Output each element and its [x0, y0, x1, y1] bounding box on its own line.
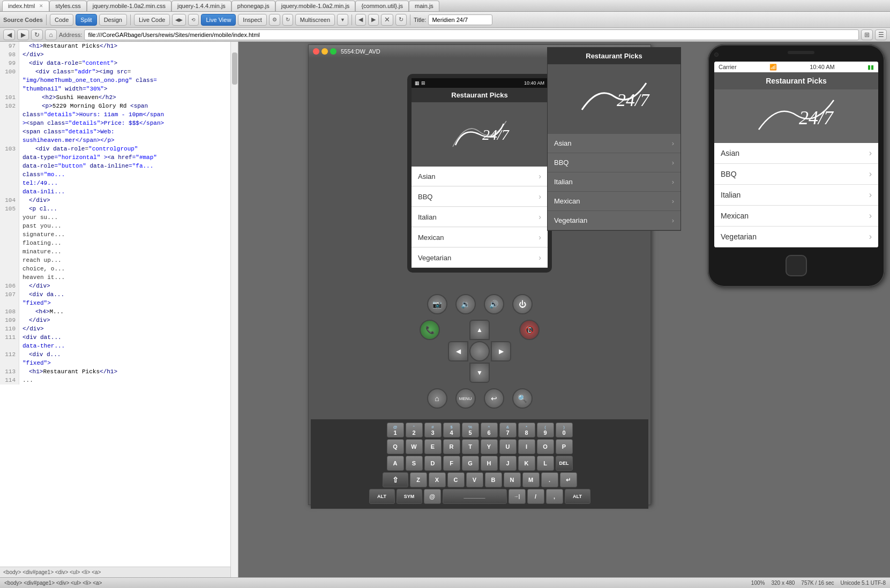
- address-input[interactable]: [84, 29, 859, 40]
- kbd-sym[interactable]: SYM: [397, 489, 422, 504]
- kbd-k[interactable]: K: [518, 456, 535, 471]
- list-item-italian[interactable]: Italian›: [412, 207, 548, 227]
- addr-home-btn[interactable]: ⌂: [45, 29, 57, 40]
- kbd-shift[interactable]: ⇧: [383, 472, 408, 487]
- dpad-down[interactable]: ▼: [469, 363, 490, 383]
- kbd-t[interactable]: T: [462, 439, 479, 454]
- dpad-center[interactable]: [469, 341, 490, 361]
- kbd-j[interactable]: J: [499, 456, 517, 471]
- iphone-item-italian[interactable]: Italian›: [714, 185, 878, 206]
- addr-forward-btn[interactable]: ▶: [17, 29, 29, 40]
- iphone-item-bbq[interactable]: BBQ›: [714, 164, 878, 185]
- kbd-b[interactable]: B: [485, 472, 502, 487]
- kbd-c[interactable]: C: [447, 472, 465, 487]
- kbd-h[interactable]: H: [481, 456, 498, 471]
- iphone-item-mexican[interactable]: Mexican›: [714, 206, 878, 227]
- refresh-icon-btn[interactable]: ↻: [282, 14, 293, 26]
- end-call-btn[interactable]: 📵: [519, 320, 540, 340]
- kbd-arrow[interactable]: →|: [508, 489, 526, 504]
- kbd-q[interactable]: Q: [387, 439, 404, 454]
- back-hw-btn[interactable]: ↩: [484, 388, 504, 409]
- kbd-r[interactable]: R: [443, 439, 460, 454]
- tab-phonegap-js[interactable]: phonegap.js: [231, 1, 275, 11]
- dpad-right[interactable]: ▶: [491, 341, 511, 361]
- dpad-up[interactable]: ▲: [469, 320, 490, 340]
- tab-jqm-min-js[interactable]: jquery.mobile-1.0a2.min.js: [275, 1, 356, 11]
- kbd-y[interactable]: Y: [481, 439, 498, 454]
- design-button[interactable]: Design: [99, 14, 127, 26]
- da-item-bbq[interactable]: BBQ›: [548, 153, 680, 172]
- vol-down-btn[interactable]: 🔉: [455, 294, 476, 314]
- kbd-m[interactable]: M: [522, 472, 540, 487]
- kbd-7[interactable]: &7: [499, 423, 517, 438]
- dpad-left[interactable]: ◀: [448, 341, 468, 361]
- kbd-2[interactable]: "2: [406, 423, 423, 438]
- window-maximize-btn[interactable]: [330, 48, 336, 55]
- window-close-btn[interactable]: [313, 48, 319, 55]
- list-item-vegetarian[interactable]: Vegetarian›: [412, 248, 548, 268]
- power-btn[interactable]: ⏻: [512, 294, 533, 314]
- kbd-e[interactable]: E: [424, 439, 442, 454]
- home-hw-btn[interactable]: ⌂: [427, 388, 447, 409]
- tab-styles-css[interactable]: styles.css: [49, 1, 87, 11]
- kbd-s[interactable]: S: [406, 456, 423, 471]
- kbd-9[interactable]: (9: [537, 423, 554, 438]
- addr-reload-btn[interactable]: ↻: [31, 29, 43, 40]
- kbd-d[interactable]: D: [424, 456, 442, 471]
- menu-hw-btn[interactable]: MENU: [455, 388, 476, 409]
- da-item-mexican[interactable]: Mexican›: [548, 192, 680, 211]
- da-item-asian[interactable]: Asian›: [548, 134, 680, 153]
- list-item-mexican[interactable]: Mexican›: [412, 228, 548, 247]
- kbd-z[interactable]: Z: [410, 472, 427, 487]
- kbd-1[interactable]: @1: [387, 423, 404, 438]
- call-btn[interactable]: 📞: [420, 320, 440, 340]
- live-code-button[interactable]: Live Code: [134, 14, 170, 26]
- reload-btn[interactable]: ↻: [395, 14, 407, 26]
- inspect-button[interactable]: Inspect: [238, 14, 266, 26]
- tab-close-icon[interactable]: ✕: [39, 3, 43, 9]
- kbd-f[interactable]: F: [443, 456, 460, 471]
- kbd-5[interactable]: %5: [462, 423, 479, 438]
- kbd-p[interactable]: P: [556, 439, 573, 454]
- kbd-slash[interactable]: /: [527, 489, 544, 504]
- kbd-space[interactable]: ________: [443, 489, 507, 504]
- list-item-asian[interactable]: Asian›: [412, 167, 548, 186]
- camera-btn[interactable]: 📷: [427, 294, 447, 314]
- addr-icon-btn[interactable]: ⊞: [861, 29, 873, 40]
- live-code-icon-btn[interactable]: ◀▶: [172, 14, 186, 26]
- kbd-4[interactable]: $4: [443, 423, 460, 438]
- multiscreen-button[interactable]: Multiscreen: [295, 14, 335, 26]
- list-item-bbq[interactable]: BBQ›: [412, 187, 548, 207]
- kbd-3[interactable]: #3: [424, 423, 442, 438]
- kbd-del[interactable]: DEL: [556, 456, 573, 471]
- kbd-period[interactable]: .: [541, 472, 558, 487]
- kbd-at[interactable]: @: [424, 489, 441, 504]
- kbd-l[interactable]: L: [537, 456, 554, 471]
- settings-icon-btn[interactable]: ⚙: [269, 14, 280, 26]
- nav-back-btn[interactable]: ◀: [355, 14, 366, 26]
- kbd-g[interactable]: G: [462, 456, 479, 471]
- vol-up-btn[interactable]: 🔊: [484, 294, 504, 314]
- kbd-i[interactable]: I: [518, 439, 535, 454]
- kbd-w[interactable]: W: [406, 439, 423, 454]
- tab-main-js[interactable]: main.js: [409, 1, 439, 11]
- iphone-home-button[interactable]: [786, 255, 807, 276]
- addr-bookmark-btn[interactable]: ☰: [875, 29, 887, 40]
- search-hw-btn[interactable]: 🔍: [512, 388, 533, 409]
- tab-jqm-css[interactable]: jquery.mobile-1.0a2.min.css: [87, 1, 171, 11]
- kbd-alt-left[interactable]: ALT: [369, 489, 395, 504]
- title-input[interactable]: [428, 14, 492, 25]
- kbd-alt-right[interactable]: ALT: [565, 489, 590, 504]
- tab-jquery-js[interactable]: jquery-1.4.4.min.js: [171, 1, 231, 11]
- kbd-enter[interactable]: ↵: [560, 472, 577, 487]
- live-code-sync-btn[interactable]: ⟲: [188, 14, 199, 26]
- kbd-6[interactable]: ^6: [481, 423, 498, 438]
- code-scrollbar[interactable]: [230, 42, 238, 577]
- iphone-item-asian[interactable]: Asian›: [714, 143, 878, 164]
- split-button[interactable]: Split: [76, 14, 96, 26]
- kbd-comma[interactable]: ,: [546, 489, 563, 504]
- kbd-n[interactable]: N: [504, 472, 521, 487]
- kbd-o[interactable]: O: [537, 439, 554, 454]
- kbd-x[interactable]: X: [429, 472, 446, 487]
- window-minimize-btn[interactable]: [321, 48, 328, 55]
